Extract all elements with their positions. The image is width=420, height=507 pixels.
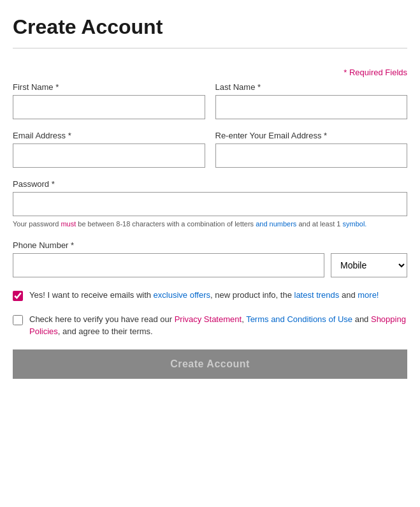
privacy-checkbox[interactable]: [13, 315, 23, 325]
first-name-input[interactable]: [13, 95, 205, 119]
page-container: Create Account * Required Fields First N…: [0, 0, 420, 392]
password-label: Password *: [13, 179, 407, 189]
password-group: Password * Your password must be between…: [13, 179, 407, 229]
last-name-group: Last Name *: [215, 82, 408, 119]
password-input[interactable]: [13, 192, 407, 216]
email-input[interactable]: [13, 143, 205, 168]
phone-input[interactable]: [13, 253, 324, 277]
phone-input-row: Mobile Home Work: [13, 253, 407, 277]
reenter-email-input[interactable]: [215, 143, 408, 168]
password-row: Password * Your password must be between…: [13, 179, 407, 229]
divider: [13, 48, 407, 48]
phone-type-wrap: Mobile Home Work: [331, 253, 407, 277]
email-group: Email Address *: [13, 131, 205, 168]
last-name-input[interactable]: [215, 95, 408, 119]
last-name-label: Last Name *: [215, 82, 408, 92]
privacy-label: Check here to verify you have read our P…: [29, 313, 407, 338]
reenter-email-label: Re-enter Your Email Address *: [215, 131, 408, 140]
phone-type-select[interactable]: Mobile Home Work: [331, 253, 407, 277]
required-note: * Required Fields: [13, 68, 407, 77]
reenter-email-group: Re-enter Your Email Address *: [215, 131, 408, 168]
email-offers-label: Yes! I want to receive emails with exclu…: [29, 289, 379, 302]
phone-row: Phone Number * Mobile Home Work: [13, 240, 407, 277]
password-hint: Your password must be between 8-18 chara…: [13, 219, 407, 229]
phone-input-wrap: [13, 253, 324, 277]
first-name-label: First Name *: [13, 82, 205, 92]
create-account-button[interactable]: Create Account: [13, 349, 407, 379]
name-row: First Name * Last Name *: [13, 82, 407, 119]
privacy-row: Check here to verify you have read our P…: [13, 313, 407, 338]
phone-group: Phone Number * Mobile Home Work: [13, 240, 407, 277]
first-name-group: First Name *: [13, 82, 205, 119]
email-offers-row: Yes! I want to receive emails with exclu…: [13, 289, 407, 302]
email-row: Email Address * Re-enter Your Email Addr…: [13, 131, 407, 168]
phone-label: Phone Number *: [13, 240, 407, 250]
email-label: Email Address *: [13, 131, 205, 140]
email-offers-checkbox[interactable]: [13, 291, 23, 301]
page-title: Create Account: [13, 15, 407, 39]
